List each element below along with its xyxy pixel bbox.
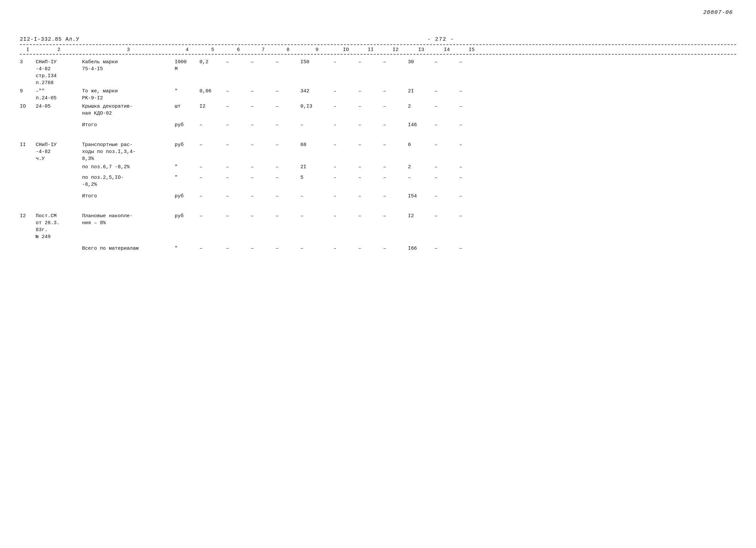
col-header-10: IO	[334, 47, 358, 53]
cell-c13: I54	[408, 193, 434, 200]
cell-c9: –	[300, 245, 334, 252]
cell-c4: I000 М	[175, 59, 200, 72]
cell-c13: 2	[408, 163, 434, 170]
cell-c2: СНиП-IУ -4-82 стр.I34 п.2768	[36, 59, 82, 86]
cell-c5: 0,06	[200, 88, 226, 95]
cell-c12: –	[383, 163, 408, 170]
cell-c11: –	[358, 59, 383, 66]
cell-c12: –	[383, 193, 408, 200]
cell-c15: –	[459, 141, 484, 148]
cell-c13: –	[408, 174, 434, 181]
cell-c3: Всего по материалам	[82, 245, 175, 252]
table-row: по поз.6,7 -8,2%"––––2I–––2––	[20, 163, 736, 173]
cell-c10: –	[334, 59, 358, 66]
cell-c7: –	[251, 88, 276, 95]
header-left: 2I2-I-332.85 Ал.У	[20, 36, 146, 42]
cell-c9: 68	[300, 141, 334, 148]
cell-c2: –"" п.24-05	[36, 88, 82, 102]
cell-c10: –	[334, 245, 358, 252]
cell-c3: по поз.6,7 -8,2%	[82, 163, 175, 170]
cell-c13: I46	[408, 121, 434, 128]
cell-c11: –	[358, 88, 383, 95]
cell-c12: –	[383, 174, 408, 181]
cell-c10: –	[334, 141, 358, 148]
table-body: 3СНиП-IУ -4-82 стр.I34 п.2768Кабель марк…	[20, 58, 736, 255]
cell-c1: II	[20, 141, 36, 148]
cell-c11: –	[358, 193, 383, 200]
cell-c12: –	[383, 212, 408, 219]
col-header-13: I3	[408, 47, 434, 53]
cell-c14: –	[434, 59, 459, 66]
cell-c8: –	[276, 163, 300, 170]
cell-c11: –	[358, 103, 383, 110]
cell-c5: –	[200, 245, 226, 252]
header-center: - 272 -	[146, 36, 736, 42]
cell-c1: I2	[20, 212, 36, 219]
cell-c10: –	[334, 212, 358, 219]
cell-c11: –	[358, 174, 383, 181]
cell-c15: –	[459, 212, 484, 219]
col-header-5: 5	[200, 47, 226, 53]
cell-c8: –	[276, 212, 300, 219]
cell-c8: –	[276, 141, 300, 148]
col-header-7: 7	[251, 47, 276, 53]
table-row: Всего по материалам"––––––––I66––	[20, 244, 736, 255]
cell-c12: –	[383, 103, 408, 110]
cell-c15: –	[459, 193, 484, 200]
cell-c12: –	[383, 88, 408, 95]
cell-c5: –	[200, 193, 226, 200]
cell-c6: –	[226, 141, 251, 148]
cell-c8: –	[276, 245, 300, 252]
page-id: 20807-06	[703, 9, 733, 16]
cell-c3: То же, марки РK-9-I2	[82, 88, 175, 102]
cell-c4: "	[175, 163, 200, 170]
cell-c14: –	[434, 193, 459, 200]
cell-c4: руб	[175, 212, 200, 219]
table-row: Итогоруб––––––––I54––	[20, 192, 736, 203]
cell-c7: –	[251, 141, 276, 148]
cell-c2: Пост.СМ от 28.3. 83г. № 249	[36, 212, 82, 240]
cell-c10: –	[334, 121, 358, 128]
cell-c14: –	[434, 88, 459, 95]
cell-c5: –	[200, 163, 226, 170]
cell-c14: –	[434, 174, 459, 181]
cell-c7: –	[251, 103, 276, 110]
col-header-6: 6	[226, 47, 251, 53]
cell-c10: –	[334, 174, 358, 181]
cell-c14: –	[434, 212, 459, 219]
cell-c15: –	[459, 88, 484, 95]
cell-c1: 3	[20, 59, 36, 66]
cell-c6: –	[226, 193, 251, 200]
cell-c1: 9	[20, 88, 36, 95]
cell-c4: руб	[175, 141, 200, 148]
cell-c15: –	[459, 103, 484, 110]
cell-c5: I2	[200, 103, 226, 110]
col-header-14: I4	[434, 47, 459, 53]
header-line: 2I2-I-332.85 Ал.У - 272 -	[20, 36, 736, 42]
table-row: 9–"" п.24-05То же, марки РK-9-I2"0,06–––…	[20, 87, 736, 102]
cell-c14: –	[434, 103, 459, 110]
cell-c3: по поз.2,5,IO- -8,2%	[82, 174, 175, 188]
cell-c3: Итого	[82, 193, 175, 200]
cell-c7: –	[251, 245, 276, 252]
cell-c11: –	[358, 141, 383, 148]
cell-c5: 0,2	[200, 59, 226, 66]
cell-c2: 24-05	[36, 103, 82, 110]
cell-c7: –	[251, 193, 276, 200]
cell-c3: Транспортные рас- ходы по поз.I,3,4- 8,3…	[82, 141, 175, 162]
cell-c12: –	[383, 141, 408, 148]
cell-c13: 2I	[408, 88, 434, 95]
cell-c9: 342	[300, 88, 334, 95]
cell-c5: –	[200, 121, 226, 128]
col-header-11: II	[358, 47, 383, 53]
cell-c4: "	[175, 88, 200, 95]
cell-c15: –	[459, 163, 484, 170]
cell-c3: Крышка декоратив- ная КДО-02	[82, 103, 175, 117]
cell-c12: –	[383, 59, 408, 66]
cell-c15: –	[459, 121, 484, 128]
cell-c12: –	[383, 245, 408, 252]
cell-c8: –	[276, 59, 300, 66]
cell-c7: –	[251, 163, 276, 170]
cell-c3: Плановые накопле- ния – 8%	[82, 212, 175, 226]
cell-c6: –	[226, 245, 251, 252]
